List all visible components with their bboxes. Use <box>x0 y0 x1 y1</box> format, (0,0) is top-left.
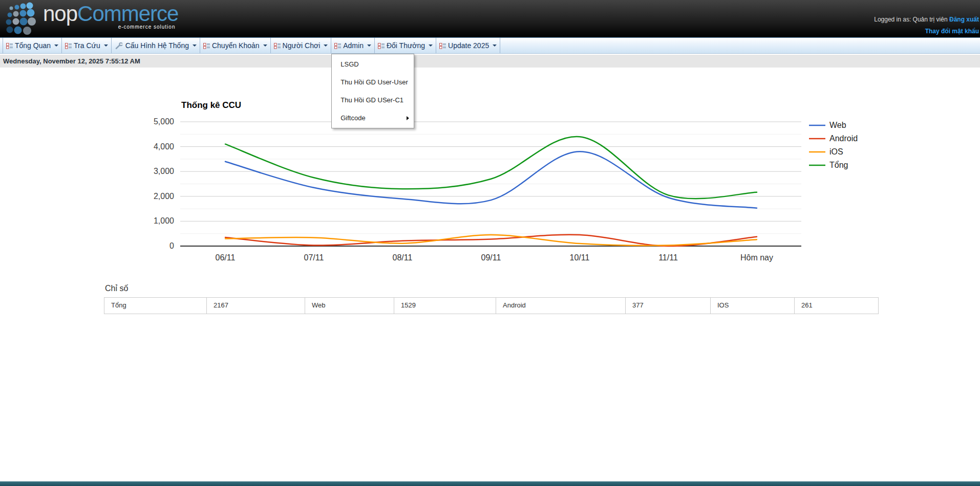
stats-table: Tổng2167Web1529Android377IOS261 <box>104 297 879 314</box>
list-icon <box>334 42 341 49</box>
y-tick-label: 1,000 <box>154 216 174 225</box>
caret-down-icon <box>324 45 328 47</box>
menu-item-label: Update 2025 <box>448 41 489 50</box>
dropdown-item-giftcode[interactable]: Giftcode <box>332 109 414 127</box>
x-tick-label: Hôm nay <box>740 253 773 262</box>
menu-item-cau-hinh-he-thong[interactable]: Cấu Hình Hệ Thống <box>112 38 200 53</box>
admin-dropdown-menu: LSGDThu Hồi GD User-UserThu Hồi GD USer-… <box>331 54 414 128</box>
legend-label-web: Web <box>829 121 846 129</box>
caret-down-icon <box>104 45 108 47</box>
list-icon <box>439 42 446 49</box>
menu-item-label: Cấu Hình Hệ Thống <box>125 41 189 50</box>
x-tick-label: 10/11 <box>570 253 590 262</box>
x-tick-label: 08/11 <box>393 253 413 262</box>
legend-label-tong: Tổng <box>829 161 848 169</box>
menu-item-tong-quan[interactable]: Tổng Quan <box>3 38 62 53</box>
menu-item-chuyen-khoan[interactable]: Chuyển Khoản <box>200 38 271 53</box>
menu-item-label: Tổng Quan <box>15 41 51 50</box>
x-tick-label: 06/11 <box>216 253 236 262</box>
list-icon <box>203 42 210 49</box>
caret-down-icon <box>193 45 197 47</box>
wrench-icon <box>115 42 123 50</box>
menu-item-doi-thuong[interactable]: Đổi Thưởng <box>375 38 436 53</box>
stats-label-ios: IOS <box>711 298 795 314</box>
stats-label-tong: Tổng <box>104 298 207 314</box>
y-tick-label: 4,000 <box>154 142 174 151</box>
menu-item-update-2025[interactable]: Update 2025 <box>436 38 500 53</box>
x-tick-label: 07/11 <box>304 253 324 262</box>
series-line-web <box>225 151 757 208</box>
footer-bar <box>0 481 980 486</box>
caret-down-icon <box>429 45 433 47</box>
stats-heading: Chỉ số <box>105 284 128 293</box>
menu-item-nguoi-choi[interactable]: Người Chơi <box>271 38 332 53</box>
list-icon <box>65 42 72 49</box>
ccu-line-chart: Thống kê CCU01,0002,0003,0004,0005,00006… <box>143 91 886 271</box>
y-tick-label: 5,000 <box>154 117 174 126</box>
dropdown-item-lsgd[interactable]: LSGD <box>332 55 414 73</box>
chart-title: Thống kê CCU <box>181 100 241 110</box>
series-line-android <box>225 235 757 246</box>
stats-label-android: Android <box>496 298 626 314</box>
menu-item-label: Đổi Thưởng <box>387 41 425 50</box>
brand-suffix: Commerce <box>77 2 178 26</box>
list-icon <box>378 42 385 49</box>
logo-text: nopCommerce e-commerce solution <box>43 2 178 30</box>
datetime-bar: Wednesday, November 12, 2025 7:55:12 AM <box>0 54 980 68</box>
main-menubar: Tổng QuanTra CứuCấu Hình Hệ ThốngChuyển … <box>0 37 980 54</box>
menu-item-label: Admin <box>343 41 364 50</box>
caret-down-icon <box>493 45 497 47</box>
brand-prefix: nop <box>43 2 77 26</box>
list-icon <box>6 42 13 49</box>
logout-link[interactable]: Đăng xuất <box>949 16 979 23</box>
menu-item-label: Tra Cứu <box>74 41 100 50</box>
change-password-link[interactable]: Thay đổi mật khẩu <box>925 28 979 35</box>
datetime-text: Wednesday, November 12, 2025 7:55:12 AM <box>3 57 140 65</box>
stats-value-tong: 2167 <box>207 298 305 314</box>
menu-item-label: Chuyển Khoản <box>212 41 260 50</box>
stats-value-android: 377 <box>626 298 711 314</box>
menu-item-label: Người Chơi <box>283 41 321 50</box>
header-account-area: Logged in as: Quản trị viên Đăng xuất Th… <box>874 16 979 35</box>
menu-item-tra-cuu[interactable]: Tra Cứu <box>62 38 112 53</box>
caret-down-icon <box>367 45 371 47</box>
caret-down-icon <box>54 45 58 47</box>
y-tick-label: 0 <box>169 241 174 250</box>
nopcommerce-logo: nopCommerce e-commerce solution <box>4 2 178 35</box>
dropdown-item-thu-hoi-gd-user-c1[interactable]: Thu Hồi GD USer-C1 <box>332 91 414 109</box>
legend-label-android: Android <box>829 134 858 143</box>
legend-label-ios: iOS <box>829 147 843 156</box>
caret-right-icon <box>407 116 409 120</box>
logo-dots-icon <box>4 2 41 35</box>
logged-in-label: Logged in as: Quản trị viên <box>874 16 947 23</box>
x-tick-label: 09/11 <box>481 253 501 262</box>
series-line-tong <box>225 137 757 198</box>
list-icon <box>274 42 281 49</box>
dropdown-item-thu-hoi-gd-user-user[interactable]: Thu Hồi GD User-User <box>332 73 414 91</box>
stats-value-web: 1529 <box>394 298 496 314</box>
stats-value-ios: 261 <box>795 298 878 314</box>
y-tick-label: 3,000 <box>154 167 174 175</box>
app-header: nopCommerce e-commerce solution Logged i… <box>0 0 980 37</box>
menu-item-admin[interactable]: AdminLSGDThu Hồi GD User-UserThu Hồi GD … <box>331 38 375 53</box>
stats-label-web: Web <box>305 298 394 314</box>
caret-down-icon <box>263 45 267 47</box>
x-tick-label: 11/11 <box>658 253 678 262</box>
series-line-ios <box>225 235 757 246</box>
y-tick-label: 2,000 <box>154 192 174 201</box>
